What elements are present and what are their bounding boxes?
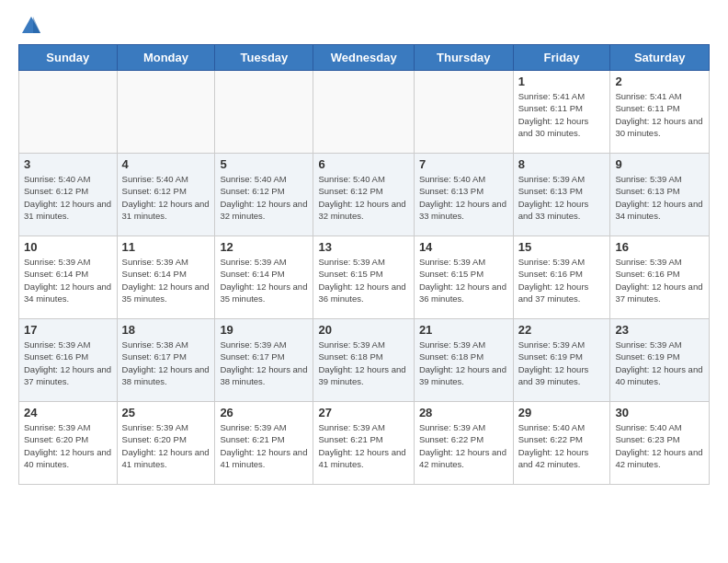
day-number: 10 xyxy=(24,240,112,254)
day-cell-25: 25Sunrise: 5:39 AM Sunset: 6:20 PM Dayli… xyxy=(117,402,215,485)
day-number: 14 xyxy=(419,240,508,254)
day-header-tuesday: Tuesday xyxy=(215,45,313,71)
day-number: 2 xyxy=(615,75,704,88)
day-number: 24 xyxy=(24,406,112,419)
day-info: Sunrise: 5:39 AM Sunset: 6:18 PM Dayligh… xyxy=(318,339,408,387)
week-row-2: 3Sunrise: 5:40 AM Sunset: 6:12 PM Daylig… xyxy=(19,154,710,236)
day-info: Sunrise: 5:39 AM Sunset: 6:14 PM Dayligh… xyxy=(122,256,210,304)
week-row-1: 1Sunrise: 5:41 AM Sunset: 6:11 PM Daylig… xyxy=(19,71,710,154)
week-row-3: 10Sunrise: 5:39 AM Sunset: 6:14 PM Dayli… xyxy=(19,236,710,319)
day-number: 16 xyxy=(615,240,704,254)
day-cell-6: 6Sunrise: 5:40 AM Sunset: 6:12 PM Daylig… xyxy=(313,154,414,236)
day-number: 30 xyxy=(615,406,704,419)
day-info: Sunrise: 5:40 AM Sunset: 6:12 PM Dayligh… xyxy=(318,173,408,222)
day-cell-15: 15Sunrise: 5:39 AM Sunset: 6:16 PM Dayli… xyxy=(513,236,610,319)
day-info: Sunrise: 5:39 AM Sunset: 6:21 PM Dayligh… xyxy=(318,421,408,470)
day-info: Sunrise: 5:40 AM Sunset: 6:12 PM Dayligh… xyxy=(24,173,112,222)
day-cell-empty xyxy=(215,71,313,154)
day-cell-24: 24Sunrise: 5:39 AM Sunset: 6:20 PM Dayli… xyxy=(19,402,118,485)
day-number: 9 xyxy=(615,157,704,171)
day-info: Sunrise: 5:39 AM Sunset: 6:17 PM Dayligh… xyxy=(220,339,308,387)
day-number: 29 xyxy=(518,406,606,419)
svg-marker-1 xyxy=(33,17,40,33)
logo-icon xyxy=(20,15,42,37)
day-number: 23 xyxy=(615,323,704,337)
day-headers-row: SundayMondayTuesdayWednesdayThursdayFrid… xyxy=(19,45,710,71)
day-info: Sunrise: 5:39 AM Sunset: 6:22 PM Dayligh… xyxy=(419,421,508,470)
day-info: Sunrise: 5:39 AM Sunset: 6:21 PM Dayligh… xyxy=(220,421,308,470)
day-cell-18: 18Sunrise: 5:38 AM Sunset: 6:17 PM Dayli… xyxy=(117,319,215,402)
day-number: 8 xyxy=(518,157,606,171)
day-cell-16: 16Sunrise: 5:39 AM Sunset: 6:16 PM Dayli… xyxy=(610,236,710,319)
day-cell-11: 11Sunrise: 5:39 AM Sunset: 6:14 PM Dayli… xyxy=(117,236,215,319)
day-cell-5: 5Sunrise: 5:40 AM Sunset: 6:12 PM Daylig… xyxy=(215,154,313,236)
day-cell-20: 20Sunrise: 5:39 AM Sunset: 6:18 PM Dayli… xyxy=(313,319,414,402)
day-number: 13 xyxy=(318,240,408,254)
day-header-monday: Monday xyxy=(117,45,215,71)
day-info: Sunrise: 5:41 AM Sunset: 6:11 PM Dayligh… xyxy=(615,90,704,139)
week-row-4: 17Sunrise: 5:39 AM Sunset: 6:16 PM Dayli… xyxy=(19,319,710,402)
day-info: Sunrise: 5:39 AM Sunset: 6:19 PM Dayligh… xyxy=(615,339,704,387)
day-info: Sunrise: 5:39 AM Sunset: 6:16 PM Dayligh… xyxy=(615,256,704,304)
day-number: 22 xyxy=(518,323,606,337)
day-number: 4 xyxy=(122,157,210,171)
page-header xyxy=(0,0,728,44)
day-number: 20 xyxy=(318,323,408,337)
day-cell-23: 23Sunrise: 5:39 AM Sunset: 6:19 PM Dayli… xyxy=(610,319,710,402)
day-number: 6 xyxy=(318,157,408,171)
day-number: 3 xyxy=(24,157,112,171)
day-header-saturday: Saturday xyxy=(610,45,710,71)
day-number: 25 xyxy=(122,406,210,419)
day-info: Sunrise: 5:39 AM Sunset: 6:18 PM Dayligh… xyxy=(419,339,508,387)
day-cell-19: 19Sunrise: 5:39 AM Sunset: 6:17 PM Dayli… xyxy=(215,319,313,402)
day-cell-7: 7Sunrise: 5:40 AM Sunset: 6:13 PM Daylig… xyxy=(414,154,513,236)
day-number: 15 xyxy=(518,240,606,254)
day-info: Sunrise: 5:39 AM Sunset: 6:19 PM Dayligh… xyxy=(518,339,606,387)
day-info: Sunrise: 5:39 AM Sunset: 6:15 PM Dayligh… xyxy=(419,256,508,304)
calendar-wrapper: SundayMondayTuesdayWednesdayThursdayFrid… xyxy=(0,44,728,494)
day-info: Sunrise: 5:39 AM Sunset: 6:15 PM Dayligh… xyxy=(318,256,408,304)
day-number: 5 xyxy=(220,157,308,171)
day-number: 21 xyxy=(419,323,508,337)
day-number: 19 xyxy=(220,323,308,337)
day-info: Sunrise: 5:39 AM Sunset: 6:16 PM Dayligh… xyxy=(518,256,606,304)
day-info: Sunrise: 5:39 AM Sunset: 6:20 PM Dayligh… xyxy=(122,421,210,470)
day-info: Sunrise: 5:39 AM Sunset: 6:14 PM Dayligh… xyxy=(24,256,112,304)
day-cell-21: 21Sunrise: 5:39 AM Sunset: 6:18 PM Dayli… xyxy=(414,319,513,402)
day-cell-1: 1Sunrise: 5:41 AM Sunset: 6:11 PM Daylig… xyxy=(513,71,610,154)
day-number: 12 xyxy=(220,240,308,254)
day-cell-8: 8Sunrise: 5:39 AM Sunset: 6:13 PM Daylig… xyxy=(513,154,610,236)
day-cell-12: 12Sunrise: 5:39 AM Sunset: 6:14 PM Dayli… xyxy=(215,236,313,319)
day-info: Sunrise: 5:39 AM Sunset: 6:13 PM Dayligh… xyxy=(518,173,606,222)
day-cell-empty xyxy=(19,71,118,154)
day-info: Sunrise: 5:39 AM Sunset: 6:13 PM Dayligh… xyxy=(615,173,704,222)
day-cell-2: 2Sunrise: 5:41 AM Sunset: 6:11 PM Daylig… xyxy=(610,71,710,154)
day-cell-13: 13Sunrise: 5:39 AM Sunset: 6:15 PM Dayli… xyxy=(313,236,414,319)
day-number: 18 xyxy=(122,323,210,337)
day-cell-28: 28Sunrise: 5:39 AM Sunset: 6:22 PM Dayli… xyxy=(414,402,513,485)
day-info: Sunrise: 5:40 AM Sunset: 6:23 PM Dayligh… xyxy=(615,421,704,470)
day-info: Sunrise: 5:40 AM Sunset: 6:13 PM Dayligh… xyxy=(419,173,508,222)
day-number: 17 xyxy=(24,323,112,337)
day-number: 11 xyxy=(122,240,210,254)
day-number: 1 xyxy=(518,75,606,88)
day-info: Sunrise: 5:41 AM Sunset: 6:11 PM Dayligh… xyxy=(518,90,606,139)
day-number: 26 xyxy=(220,406,308,419)
day-info: Sunrise: 5:40 AM Sunset: 6:12 PM Dayligh… xyxy=(122,173,210,222)
day-cell-27: 27Sunrise: 5:39 AM Sunset: 6:21 PM Dayli… xyxy=(313,402,414,485)
day-info: Sunrise: 5:39 AM Sunset: 6:16 PM Dayligh… xyxy=(24,339,112,387)
day-cell-9: 9Sunrise: 5:39 AM Sunset: 6:13 PM Daylig… xyxy=(610,154,710,236)
day-number: 27 xyxy=(318,406,408,419)
day-info: Sunrise: 5:40 AM Sunset: 6:22 PM Dayligh… xyxy=(518,421,606,470)
day-info: Sunrise: 5:38 AM Sunset: 6:17 PM Dayligh… xyxy=(122,339,210,387)
day-cell-29: 29Sunrise: 5:40 AM Sunset: 6:22 PM Dayli… xyxy=(513,402,610,485)
day-cell-22: 22Sunrise: 5:39 AM Sunset: 6:19 PM Dayli… xyxy=(513,319,610,402)
day-info: Sunrise: 5:40 AM Sunset: 6:12 PM Dayligh… xyxy=(220,173,308,222)
day-cell-4: 4Sunrise: 5:40 AM Sunset: 6:12 PM Daylig… xyxy=(117,154,215,236)
day-header-sunday: Sunday xyxy=(19,45,118,71)
day-header-thursday: Thursday xyxy=(414,45,513,71)
day-number: 7 xyxy=(419,157,508,171)
day-number: 28 xyxy=(419,406,508,419)
day-info: Sunrise: 5:39 AM Sunset: 6:14 PM Dayligh… xyxy=(220,256,308,304)
calendar: SundayMondayTuesdayWednesdayThursdayFrid… xyxy=(18,44,710,485)
